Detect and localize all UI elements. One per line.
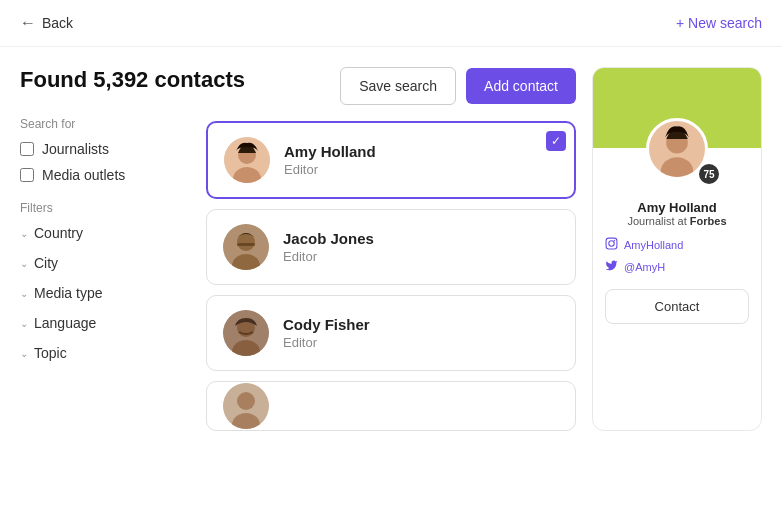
media-outlets-label: Media outlets [42,167,125,183]
media-outlets-checkbox[interactable]: Media outlets [20,167,190,183]
sidebar: Found 5,392 contacts Search for Journali… [20,67,190,431]
detail-name: Amy Holland [605,200,749,215]
media-outlets-checkbox-input[interactable] [20,168,34,182]
svg-point-11 [237,392,255,410]
instagram-item[interactable]: AmyHolland [605,237,749,253]
contact-info-cody: Cody Fisher Editor [283,316,559,350]
instagram-handle: AmyHolland [624,239,683,251]
chevron-down-icon: ⌄ [20,318,28,329]
avatar-amy [224,137,270,183]
contact-name-amy: Amy Holland [284,143,558,160]
contact-role-cody: Editor [283,335,559,350]
avatar-fourth [223,383,269,429]
instagram-icon [605,237,618,253]
detail-outlet: Forbes [690,215,727,227]
found-title: Found 5,392 contacts [20,67,190,93]
back-arrow-icon: ← [20,14,36,32]
contact-info-jacob: Jacob Jones Editor [283,230,559,264]
add-contact-button[interactable]: Add contact [466,68,576,104]
avatar-jacob [223,224,269,270]
results-area: Save search Add contact Amy Holland [206,67,576,431]
filter-topic[interactable]: ⌄ Topic [20,345,190,361]
chevron-down-icon: ⌄ [20,228,28,239]
detail-body: Amy Holland Journalist at Forbes AmyHoll… [593,180,761,334]
filter-media-type[interactable]: ⌄ Media type [20,285,190,301]
contact-name-cody: Cody Fisher [283,316,559,333]
filter-country-label: Country [34,225,83,241]
score-badge: 75 [699,164,719,184]
filter-country[interactable]: ⌄ Country [20,225,190,241]
twitter-handle: @AmyH [624,261,665,273]
contact-card-fourth[interactable] [206,381,576,431]
new-search-button[interactable]: + New search [676,15,762,31]
journalists-checkbox-input[interactable] [20,142,34,156]
svg-rect-16 [606,238,617,249]
svg-point-17 [609,241,614,246]
contact-list: Amy Holland Editor ✓ Jacob [206,121,576,431]
twitter-item[interactable]: @AmyH [605,259,749,275]
save-search-button[interactable]: Save search [340,67,456,105]
contact-button[interactable]: Contact [605,289,749,324]
filter-city-label: City [34,255,58,271]
contact-role-amy: Editor [284,162,558,177]
contact-role-jacob: Editor [283,249,559,264]
journalists-label: Journalists [42,141,109,157]
search-for-label: Search for [20,117,190,131]
results-header: Save search Add contact [206,67,576,105]
avatar-cody [223,310,269,356]
detail-panel: 75 Amy Holland Journalist at Forbes AmyH… [592,67,762,431]
detail-journalist-role: Journalist at Forbes [605,215,749,227]
selected-check-icon: ✓ [546,131,566,151]
detail-avatar-wrap: 75 [593,118,761,180]
chevron-down-icon: ⌄ [20,258,28,269]
contact-card-cody[interactable]: Cody Fisher Editor [206,295,576,371]
main-content: Found 5,392 contacts Search for Journali… [0,47,782,451]
filter-media-type-label: Media type [34,285,102,301]
filter-language-label: Language [34,315,96,331]
filter-topic-label: Topic [34,345,67,361]
filter-language[interactable]: ⌄ Language [20,315,190,331]
header: ← Back + New search [0,0,782,47]
contact-info-amy: Amy Holland Editor [284,143,558,177]
detail-role-prefix: Journalist at [627,215,686,227]
contact-card-jacob[interactable]: Jacob Jones Editor [206,209,576,285]
chevron-down-icon: ⌄ [20,288,28,299]
filters-label: Filters [20,201,190,215]
chevron-down-icon: ⌄ [20,348,28,359]
svg-rect-6 [237,243,255,246]
filter-city[interactable]: ⌄ City [20,255,190,271]
results-actions: Save search Add contact [340,67,576,105]
contact-name-jacob: Jacob Jones [283,230,559,247]
back-button[interactable]: ← Back [20,14,73,32]
contact-card-amy[interactable]: Amy Holland Editor ✓ [206,121,576,199]
svg-point-18 [614,240,615,241]
contact-info-fourth [283,405,559,407]
back-label: Back [42,15,73,31]
twitter-icon [605,259,618,275]
journalists-checkbox[interactable]: Journalists [20,141,190,157]
